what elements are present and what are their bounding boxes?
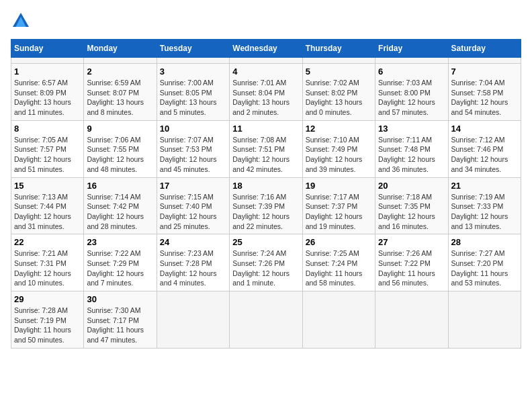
day-info: Sunrise: 7:10 AMSunset: 7:49 PMDaylight:… xyxy=(306,135,372,175)
calendar-cell: 26Sunrise: 7:25 AMSunset: 7:24 PMDayligh… xyxy=(302,234,375,291)
day-info: Sunrise: 7:26 AMSunset: 7:22 PMDaylight:… xyxy=(378,248,445,288)
day-number: 12 xyxy=(306,124,372,134)
weekday-header: Tuesday xyxy=(157,40,229,58)
day-number: 27 xyxy=(378,237,445,247)
day-info: Sunrise: 7:14 AMSunset: 7:42 PMDaylight:… xyxy=(87,192,153,232)
calendar-week: 1Sunrise: 6:57 AMSunset: 8:09 PMDaylight… xyxy=(11,64,521,121)
calendar-week: 29Sunrise: 7:28 AMSunset: 7:19 PMDayligh… xyxy=(11,291,521,349)
calendar-cell: 22Sunrise: 7:21 AMSunset: 7:31 PMDayligh… xyxy=(11,234,84,291)
day-info: Sunrise: 7:17 AMSunset: 7:37 PMDaylight:… xyxy=(306,192,372,232)
day-info: Sunrise: 7:03 AMSunset: 8:00 PMDaylight:… xyxy=(378,78,445,118)
day-info: Sunrise: 7:13 AMSunset: 7:44 PMDaylight:… xyxy=(14,192,81,232)
day-number: 28 xyxy=(451,237,518,247)
day-number: 30 xyxy=(87,294,153,304)
calendar-cell: 13Sunrise: 7:11 AMSunset: 7:48 PMDayligh… xyxy=(375,120,448,177)
day-info: Sunrise: 7:25 AMSunset: 7:24 PMDaylight:… xyxy=(306,248,372,288)
calendar-cell xyxy=(157,291,229,349)
day-number: 7 xyxy=(451,66,518,77)
calendar-cell: 1Sunrise: 6:57 AMSunset: 8:09 PMDaylight… xyxy=(11,64,84,121)
calendar-cell: 24Sunrise: 7:23 AMSunset: 7:28 PMDayligh… xyxy=(157,234,229,291)
day-info: Sunrise: 7:11 AMSunset: 7:48 PMDaylight:… xyxy=(378,135,445,175)
calendar-cell xyxy=(11,58,84,64)
day-info: Sunrise: 7:18 AMSunset: 7:35 PMDaylight:… xyxy=(378,192,445,232)
day-info: Sunrise: 6:59 AMSunset: 8:07 PMDaylight:… xyxy=(87,78,153,118)
day-info: Sunrise: 7:28 AMSunset: 7:19 PMDaylight:… xyxy=(14,306,81,345)
day-number: 3 xyxy=(160,66,226,77)
calendar-week: 8Sunrise: 7:05 AMSunset: 7:57 PMDaylight… xyxy=(11,120,521,177)
calendar-cell xyxy=(448,291,521,349)
calendar-cell: 27Sunrise: 7:26 AMSunset: 7:22 PMDayligh… xyxy=(375,234,448,291)
calendar-cell: 20Sunrise: 7:18 AMSunset: 7:35 PMDayligh… xyxy=(375,177,448,234)
day-info: Sunrise: 7:15 AMSunset: 7:40 PMDaylight:… xyxy=(160,192,226,232)
calendar-cell: 23Sunrise: 7:22 AMSunset: 7:29 PMDayligh… xyxy=(84,234,157,291)
day-info: Sunrise: 6:57 AMSunset: 8:09 PMDaylight:… xyxy=(14,78,81,118)
calendar-cell: 6Sunrise: 7:03 AMSunset: 8:00 PMDaylight… xyxy=(375,64,448,121)
calendar-cell xyxy=(157,58,229,64)
page-header xyxy=(11,11,521,31)
day-info: Sunrise: 7:02 AMSunset: 8:02 PMDaylight:… xyxy=(306,78,372,118)
day-info: Sunrise: 7:08 AMSunset: 7:51 PMDaylight:… xyxy=(232,135,299,175)
day-number: 5 xyxy=(306,66,372,77)
day-info: Sunrise: 7:00 AMSunset: 8:05 PMDaylight:… xyxy=(160,78,226,118)
day-info: Sunrise: 7:01 AMSunset: 8:04 PMDaylight:… xyxy=(232,78,299,118)
calendar-week: 22Sunrise: 7:21 AMSunset: 7:31 PMDayligh… xyxy=(11,234,521,291)
day-number: 22 xyxy=(14,237,81,247)
day-number: 23 xyxy=(87,237,153,247)
day-info: Sunrise: 7:06 AMSunset: 7:55 PMDaylight:… xyxy=(87,135,153,175)
day-info: Sunrise: 7:24 AMSunset: 7:26 PMDaylight:… xyxy=(232,248,299,288)
day-number: 4 xyxy=(232,66,299,77)
calendar-cell xyxy=(302,58,375,64)
calendar-cell xyxy=(375,291,448,349)
calendar-cell: 4Sunrise: 7:01 AMSunset: 8:04 PMDaylight… xyxy=(230,64,302,121)
calendar-week: 15Sunrise: 7:13 AMSunset: 7:44 PMDayligh… xyxy=(11,177,521,234)
day-number: 14 xyxy=(451,124,518,134)
logo-icon xyxy=(11,11,31,31)
day-number: 10 xyxy=(160,124,226,134)
calendar-cell: 17Sunrise: 7:15 AMSunset: 7:40 PMDayligh… xyxy=(157,177,229,234)
calendar-cell: 18Sunrise: 7:16 AMSunset: 7:39 PMDayligh… xyxy=(230,177,302,234)
day-number: 20 xyxy=(378,181,445,191)
day-number: 16 xyxy=(87,181,153,191)
calendar-cell: 15Sunrise: 7:13 AMSunset: 7:44 PMDayligh… xyxy=(11,177,84,234)
day-number: 1 xyxy=(14,66,81,77)
calendar-cell: 21Sunrise: 7:19 AMSunset: 7:33 PMDayligh… xyxy=(448,177,521,234)
weekday-header: Sunday xyxy=(11,40,84,58)
calendar-cell: 28Sunrise: 7:27 AMSunset: 7:20 PMDayligh… xyxy=(448,234,521,291)
calendar-cell xyxy=(302,291,375,349)
calendar-cell: 9Sunrise: 7:06 AMSunset: 7:55 PMDaylight… xyxy=(84,120,157,177)
header-row: SundayMondayTuesdayWednesdayThursdayFrid… xyxy=(11,40,521,58)
day-number: 21 xyxy=(451,181,518,191)
calendar-cell: 5Sunrise: 7:02 AMSunset: 8:02 PMDaylight… xyxy=(302,64,375,121)
day-info: Sunrise: 7:04 AMSunset: 7:58 PMDaylight:… xyxy=(451,78,518,118)
calendar-cell xyxy=(448,58,521,64)
calendar-cell: 8Sunrise: 7:05 AMSunset: 7:57 PMDaylight… xyxy=(11,120,84,177)
day-number: 9 xyxy=(87,124,153,134)
weekday-header: Friday xyxy=(375,40,448,58)
calendar-cell: 19Sunrise: 7:17 AMSunset: 7:37 PMDayligh… xyxy=(302,177,375,234)
day-number: 8 xyxy=(14,124,81,134)
calendar-cell: 16Sunrise: 7:14 AMSunset: 7:42 PMDayligh… xyxy=(84,177,157,234)
day-info: Sunrise: 7:12 AMSunset: 7:46 PMDaylight:… xyxy=(451,135,518,175)
calendar-cell: 12Sunrise: 7:10 AMSunset: 7:49 PMDayligh… xyxy=(302,120,375,177)
day-info: Sunrise: 7:22 AMSunset: 7:29 PMDaylight:… xyxy=(87,248,153,288)
day-info: Sunrise: 7:21 AMSunset: 7:31 PMDaylight:… xyxy=(14,248,81,288)
calendar-cell: 10Sunrise: 7:07 AMSunset: 7:53 PMDayligh… xyxy=(157,120,229,177)
day-info: Sunrise: 7:19 AMSunset: 7:33 PMDaylight:… xyxy=(451,192,518,232)
weekday-header: Saturday xyxy=(448,40,521,58)
logo xyxy=(11,11,34,31)
calendar-cell xyxy=(375,58,448,64)
calendar-cell: 11Sunrise: 7:08 AMSunset: 7:51 PMDayligh… xyxy=(230,120,302,177)
calendar-cell: 25Sunrise: 7:24 AMSunset: 7:26 PMDayligh… xyxy=(230,234,302,291)
calendar-cell xyxy=(230,58,302,64)
day-number: 29 xyxy=(14,294,81,304)
calendar-cell xyxy=(84,58,157,64)
calendar-cell: 30Sunrise: 7:30 AMSunset: 7:17 PMDayligh… xyxy=(84,291,157,349)
day-number: 2 xyxy=(87,66,153,77)
day-number: 6 xyxy=(378,66,445,77)
day-number: 17 xyxy=(160,181,226,191)
day-number: 18 xyxy=(232,181,299,191)
calendar-cell: 29Sunrise: 7:28 AMSunset: 7:19 PMDayligh… xyxy=(11,291,84,349)
day-number: 15 xyxy=(14,181,81,191)
calendar-week xyxy=(11,58,521,64)
weekday-header: Wednesday xyxy=(230,40,302,58)
